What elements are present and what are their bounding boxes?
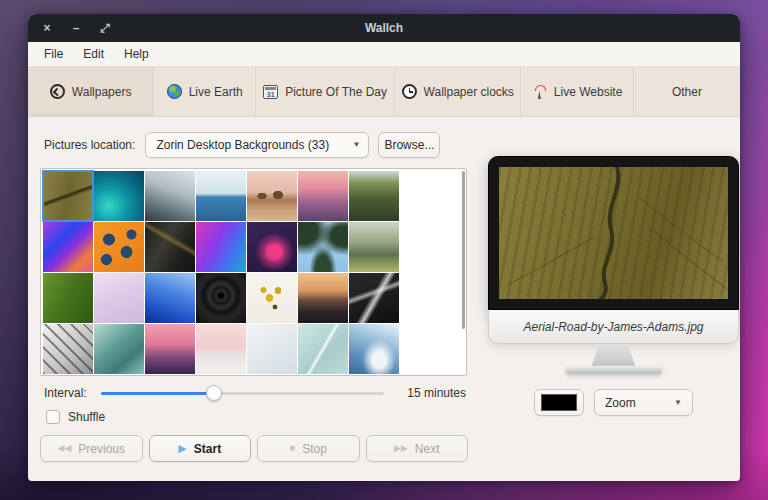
main-content: Pictures location: Zorin Desktop Backgro… (28, 117, 740, 481)
fit-mode-value: Zoom (605, 396, 636, 410)
fit-mode-dropdown[interactable]: Zoom ▼ (594, 389, 693, 416)
filename-bar: Aerial-Road-by-James-Adams.jpg (488, 310, 739, 344)
browse-button[interactable]: Browse... (378, 132, 440, 158)
wallpapers-panel: Pictures location: Zorin Desktop Backgro… (40, 129, 468, 469)
chevron-down-icon: ▼ (674, 398, 682, 407)
tab-label: Live Earth (189, 85, 243, 99)
button-label: Stop (302, 442, 327, 456)
globe-icon (167, 84, 182, 99)
start-icon: ▶ (178, 443, 186, 454)
monitor-stand (592, 344, 636, 366)
shuffle-label: Shuffle (68, 410, 105, 424)
start-button[interactable]: ▶Start (149, 435, 252, 462)
window-title: Wallch (28, 21, 740, 35)
thumbnail-desert-buttes[interactable] (247, 171, 297, 221)
thumbnail-dot-mesh[interactable] (43, 324, 93, 374)
thumbnail-pale-ice-lines[interactable] (298, 324, 348, 374)
pictures-location-dropdown[interactable]: Zorin Desktop Backgrounds (33) ▼ (145, 132, 369, 158)
interval-slider[interactable] (101, 385, 384, 401)
calendar-icon: 31 (263, 85, 278, 99)
thumbnail-snowy-peak[interactable] (349, 324, 399, 374)
thumbnail-dark-streaks[interactable] (145, 222, 195, 272)
previous-icon: ◀◀ (57, 444, 71, 453)
thumbnail-city-sunset[interactable] (298, 171, 348, 221)
thumbnail-teal-ice[interactable] (94, 324, 144, 374)
clock-icon (402, 84, 417, 99)
thumbnail-orange-droplets[interactable] (94, 222, 144, 272)
tab-label: Wallpaper clocks (424, 85, 514, 99)
aerial-road-graphic (499, 167, 728, 299)
tab-label: Picture Of The Day (285, 85, 387, 99)
shuffle-checkbox[interactable] (46, 410, 60, 424)
tab-bar: Wallpapers Live Earth 31 Picture Of The … (28, 67, 740, 117)
thumbnail-waterfall-canyon[interactable] (349, 171, 399, 221)
thumbnail-lighthouse-sunset[interactable] (145, 324, 195, 374)
color-swatch (541, 394, 577, 411)
menu-bar: File Edit Help (28, 42, 740, 67)
menu-edit[interactable]: Edit (75, 44, 112, 64)
thumbnail-list (40, 168, 467, 376)
preview-panel: Aerial-Road-by-James-Adams.jpg Zoom ▼ (488, 129, 739, 469)
next-icon: ▶▶ (394, 444, 408, 453)
pictures-location-label: Pictures location: (44, 138, 135, 152)
thumbnail-mountain-dusk[interactable] (298, 273, 348, 323)
thumbnail-yellow-flowers[interactable] (247, 273, 297, 323)
vertical-scrollbar[interactable] (462, 171, 465, 329)
title-bar[interactable]: × – ⤢ Wallch (28, 14, 740, 42)
wallpaper-filename: Aerial-Road-by-James-Adams.jpg (523, 320, 703, 334)
tab-label: Other (672, 85, 702, 99)
thumbnail-mountain-lake[interactable] (349, 222, 399, 272)
next-button[interactable]: ▶▶Next (366, 435, 469, 462)
stop-button[interactable]: ■Stop (257, 435, 360, 462)
wallpaper-preview-image (499, 167, 728, 299)
menu-file[interactable]: File (36, 44, 71, 64)
thumbnail-green-leaf[interactable] (43, 273, 93, 323)
thumbnail-purple-pink-blob[interactable] (247, 222, 297, 272)
browse-label: Browse... (384, 138, 434, 152)
tab-live-earth[interactable]: Live Earth (154, 67, 256, 116)
slider-fill (101, 392, 214, 395)
thumbnail-abstract-wave[interactable] (196, 222, 246, 272)
thumbnail-white-waves[interactable] (247, 324, 297, 374)
monitor-preview: Aerial-Road-by-James-Adams.jpg (488, 156, 739, 374)
tab-wallpapers[interactable]: Wallpapers (28, 67, 154, 116)
thumbnail-blue-ice-crystals[interactable] (145, 273, 195, 323)
tab-picture-of-the-day[interactable]: 31 Picture Of The Day (256, 67, 395, 116)
thumbnail-teal-wave[interactable] (94, 171, 144, 221)
thumbnail-beach-wave[interactable] (145, 171, 195, 221)
thumbnail-pink-dunes[interactable] (196, 324, 246, 374)
tab-live-website[interactable]: Live Website (521, 67, 633, 116)
tab-label: Wallpapers (72, 85, 132, 99)
interval-value: 15 minutes (396, 386, 466, 400)
thumbnail-water-drop-ripple[interactable] (196, 273, 246, 323)
tab-wallpaper-clocks[interactable]: Wallpaper clocks (395, 67, 521, 116)
wallpapers-icon (50, 84, 65, 99)
thumbnail-palm-leaves[interactable] (298, 222, 348, 272)
tab-other[interactable]: Other (634, 67, 740, 116)
thumbnail-ocean-horizon[interactable] (196, 171, 246, 221)
monitor-base (566, 366, 662, 374)
thumbnail-grid (41, 169, 466, 376)
chevron-down-icon: ▼ (352, 140, 360, 149)
wallch-window: × – ⤢ Wallch File Edit Help Wallpapers L… (28, 14, 740, 481)
interval-label: Interval: (44, 386, 87, 400)
monitor-bezel (488, 156, 739, 310)
tab-label: Live Website (554, 85, 622, 99)
antenna-icon (532, 84, 547, 99)
pictures-location-value: Zorin Desktop Backgrounds (33) (156, 138, 329, 152)
thumbnail-pink-soft-texture[interactable] (94, 273, 144, 323)
background-color-button[interactable] (534, 389, 584, 416)
menu-help[interactable]: Help (116, 44, 157, 64)
transport-controls: ◀◀Previous▶Start■Stop▶▶Next (40, 435, 468, 462)
thumbnail-crystal-shards[interactable] (349, 273, 399, 323)
slider-handle[interactable] (206, 385, 222, 401)
stop-icon: ■ (290, 444, 295, 453)
previous-button[interactable]: ◀◀Previous (40, 435, 143, 462)
button-label: Start (194, 442, 221, 456)
thumbnail-aerial-road[interactable] (43, 171, 93, 221)
thumbnail-abstract-geometric[interactable] (43, 222, 93, 272)
button-label: Next (415, 442, 440, 456)
button-label: Previous (78, 442, 125, 456)
